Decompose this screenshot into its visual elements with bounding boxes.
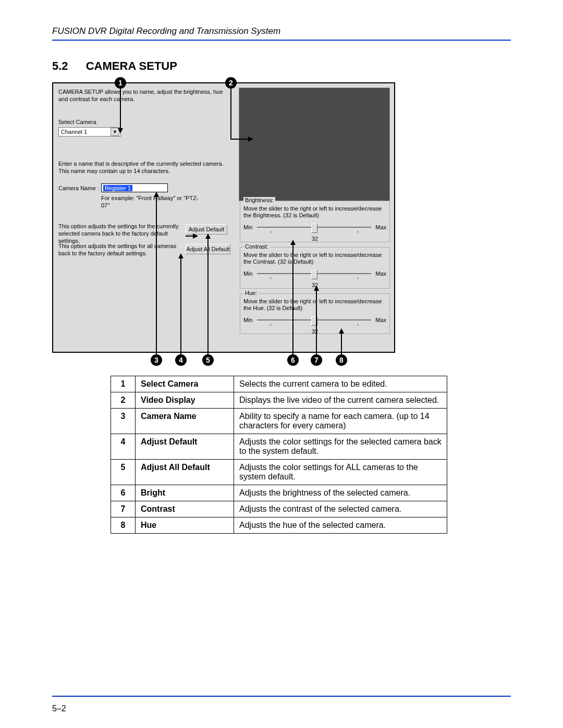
- arrow-line: [156, 197, 157, 354]
- table-cell-num: 1: [111, 376, 136, 392]
- arrow-line: [207, 239, 209, 354]
- arrow-line: [292, 245, 293, 354]
- callout-marker-6: 6: [287, 354, 299, 366]
- table-row: 4 Adjust Default Adjusts the color setti…: [111, 434, 447, 460]
- callout-marker-8: 8: [336, 354, 347, 366]
- contrast-description: Move the slider to the right or left to …: [243, 252, 386, 265]
- section-title: CAMERA SETUP: [86, 59, 177, 72]
- callout-marker-2: 2: [225, 77, 237, 89]
- page: FUSION DVR Digital Recording and Transmi…: [0, 0, 563, 728]
- contrast-legend: Contrast:: [243, 243, 270, 250]
- table-cell-name: Camera Name: [136, 409, 234, 434]
- table-cell-desc: Adjusts the hue of the selected camera.: [234, 517, 447, 534]
- brightness-slider[interactable]: [257, 227, 371, 228]
- brightness-legend: Brightness:: [243, 197, 275, 203]
- table-cell-name: Video Display: [136, 392, 234, 409]
- table-row: 5 Adjust All Default Adjusts the color s…: [111, 460, 447, 485]
- document-header: FUSION DVR Digital Recording and Transmi…: [52, 26, 511, 36]
- arrow-head-icon: [118, 128, 123, 133]
- table-cell-num: 5: [111, 460, 136, 485]
- table-cell-desc: Adjusts the brightness of the selected c…: [234, 485, 447, 501]
- table-row: 7 Contrast Adjusts the contrast of the s…: [111, 501, 447, 517]
- adjust-default-button[interactable]: Adjust Default: [186, 224, 227, 235]
- table-cell-name: Adjust Default: [136, 434, 234, 460]
- select-camera-dropdown[interactable]: Channel 1 ▼: [58, 127, 121, 137]
- hue-legend: Hue:: [243, 290, 259, 296]
- table-cell-name: Select Camera: [136, 376, 234, 392]
- camera-name-input[interactable]: Register 1: [101, 183, 168, 192]
- camera-name-description: Enter a name that is descriptive of the …: [58, 161, 229, 175]
- callout-table: 1 Select Camera Selects the current came…: [111, 376, 447, 534]
- dialog-intro-text: CAMERA SETUP allows you to name, adjust …: [58, 89, 230, 103]
- callout-marker-7: 7: [311, 354, 322, 366]
- hue-slider[interactable]: [257, 319, 371, 320]
- arrow-line: [120, 89, 121, 128]
- slider-thumb-icon[interactable]: [311, 270, 317, 279]
- arrow-head-icon: [154, 192, 159, 197]
- contrast-slider[interactable]: [257, 273, 371, 274]
- hue-value: 32: [243, 328, 386, 335]
- adjust-all-default-description: This option adjusts the settings for all…: [58, 243, 182, 257]
- brightness-value: 32: [243, 236, 386, 242]
- contrast-group: Contrast: Move the slider to the right o…: [240, 247, 390, 289]
- section-number: 5.2: [52, 59, 68, 73]
- table-cell-num: 7: [111, 501, 136, 517]
- hue-min-label: Min: [243, 317, 253, 323]
- table-row: 1 Select Camera Selects the current came…: [111, 376, 447, 392]
- arrow-line: [186, 236, 193, 237]
- video-preview: [239, 88, 390, 201]
- table-cell-desc: Ability to specify a name for each camer…: [234, 409, 447, 434]
- callout-marker-5: 5: [202, 354, 214, 366]
- arrow-line: [230, 89, 231, 139]
- adjust-default-description: This option adjusts the settings for the…: [58, 223, 182, 244]
- camera-setup-dialog: CAMERA SETUP allows you to name, adjust …: [52, 82, 395, 353]
- header-rule: [52, 40, 511, 41]
- select-camera-value: Channel 1: [61, 129, 87, 135]
- camera-name-example: For example: "Front Hallway" or "PTZ-07": [101, 195, 205, 209]
- arrow-head-icon: [178, 253, 183, 258]
- table-cell-desc: Displays the live video of the current c…: [234, 392, 447, 409]
- arrow-line: [316, 291, 317, 354]
- brightness-min-label: Min: [243, 224, 253, 230]
- brightness-description: Move the slider to the right or left to …: [243, 205, 386, 219]
- table-cell-desc: Adjusts the contrast of the selected cam…: [234, 501, 447, 517]
- contrast-min-label: Min: [243, 270, 253, 277]
- arrow-head-icon: [205, 233, 211, 239]
- table-cell-name: Hue: [136, 517, 234, 534]
- table-cell-num: 8: [111, 517, 136, 534]
- camera-name-value: Register 1: [103, 185, 132, 191]
- table-cell-name: Adjust All Default: [136, 460, 234, 485]
- section-heading: 5.2 CAMERA SETUP: [52, 59, 511, 73]
- table-cell-desc: Adjusts the color settings for the selec…: [234, 434, 447, 460]
- table-row: 3 Camera Name Ability to specify a name …: [111, 409, 447, 434]
- select-camera-label: Select Camera: [58, 119, 96, 125]
- table-cell-name: Bright: [136, 485, 234, 501]
- table-cell-name: Contrast: [136, 501, 234, 517]
- slider-thumb-icon[interactable]: [311, 224, 317, 233]
- arrow-line: [180, 258, 181, 354]
- table-cell-num: 6: [111, 485, 136, 501]
- callout-marker-1: 1: [115, 77, 126, 89]
- table-row: 2 Video Display Displays the live video …: [111, 392, 447, 409]
- hue-group: Hue: Move the slider to the right or lef…: [240, 293, 390, 334]
- camera-name-label: Camera Name :: [58, 185, 101, 191]
- table-cell-num: 4: [111, 434, 136, 460]
- arrow-head-icon: [290, 240, 296, 245]
- brightness-max-label: Max: [375, 224, 386, 230]
- table-row: 6 Bright Adjusts the brightness of the s…: [111, 485, 447, 501]
- hue-description: Move the slider to the right or left to …: [243, 298, 386, 312]
- page-number: 5–2: [52, 704, 66, 713]
- contrast-max-label: Max: [375, 270, 386, 277]
- hue-max-label: Max: [375, 317, 386, 323]
- brightness-group: Brightness: Move the slider to the right…: [240, 201, 390, 242]
- arrow-line: [341, 334, 342, 354]
- table-cell-desc: Selects the current camera to be edited.: [234, 376, 447, 392]
- arrow-head-icon: [339, 328, 344, 334]
- table-cell-num: 3: [111, 409, 136, 434]
- table-cell-desc: Adjusts the color settings for ALL camer…: [234, 460, 447, 485]
- footer-rule: [52, 696, 511, 697]
- arrow-head-icon: [248, 137, 253, 142]
- arrow-head-icon: [193, 233, 198, 239]
- callout-marker-3: 3: [151, 354, 162, 366]
- table-cell-num: 2: [111, 392, 136, 409]
